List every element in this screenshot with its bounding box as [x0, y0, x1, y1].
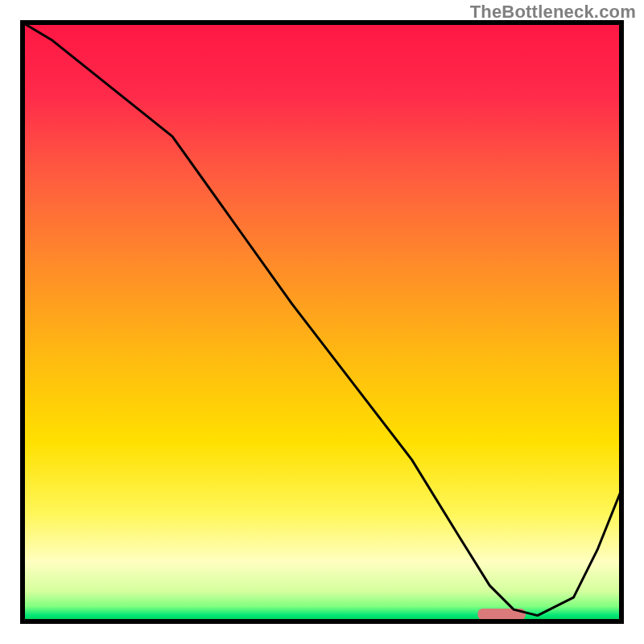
bottleneck-chart — [0, 0, 644, 644]
plot-background — [23, 23, 621, 621]
chart-wrap: TheBottleneck.com — [0, 0, 644, 644]
